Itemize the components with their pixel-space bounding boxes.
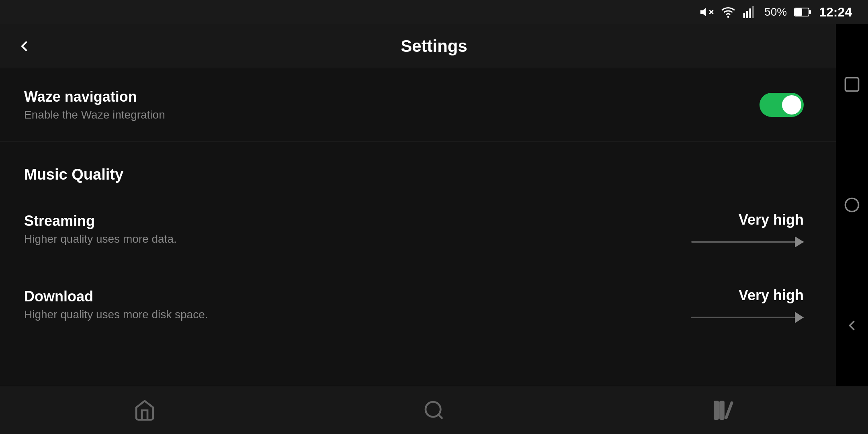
waze-navigation-item: Waze navigation Enable the Waze integrat… — [0, 68, 868, 142]
recent-apps-button[interactable] — [843, 76, 861, 93]
battery-icon — [794, 6, 812, 18]
mute-icon — [699, 5, 714, 19]
svg-rect-5 — [749, 8, 751, 18]
music-quality-title: Music Quality — [24, 166, 844, 183]
svg-point-2 — [727, 16, 729, 18]
svg-rect-10 — [845, 78, 859, 91]
bottom-nav — [0, 386, 868, 434]
library-icon — [712, 399, 735, 422]
nav-home[interactable] — [117, 395, 172, 426]
waze-text-block: Waze navigation Enable the Waze integrat… — [24, 88, 760, 121]
download-slider-track — [691, 317, 804, 318]
streaming-slider-track — [691, 241, 804, 243]
android-back-button[interactable] — [843, 317, 861, 334]
wifi-icon — [721, 5, 735, 19]
download-quality-value: Very high — [739, 287, 804, 304]
download-quality-item[interactable]: Download Higher quality uses more disk s… — [0, 267, 868, 342]
page-title: Settings — [401, 37, 467, 56]
nav-library[interactable] — [696, 395, 751, 426]
settings-content: Waze navigation Enable the Waze integrat… — [0, 68, 868, 386]
nav-search[interactable] — [407, 395, 461, 426]
svg-rect-9 — [809, 10, 811, 14]
search-icon — [423, 399, 445, 422]
svg-point-11 — [845, 199, 859, 212]
home-button[interactable] — [843, 196, 861, 214]
settings-header: Settings — [0, 24, 868, 68]
streaming-quality-value: Very high — [739, 211, 804, 228]
svg-rect-8 — [795, 8, 802, 16]
download-arrow-shape — [795, 312, 804, 323]
back-button[interactable] — [16, 38, 32, 54]
svg-rect-4 — [746, 11, 748, 18]
waze-subtitle: Enable the Waze integration — [24, 108, 760, 121]
download-subtitle: Higher quality uses more disk space. — [24, 308, 675, 321]
status-bar: 50% 12:24 — [0, 0, 868, 24]
streaming-slider-arrow — [795, 237, 804, 247]
waze-toggle[interactable] — [760, 93, 804, 117]
streaming-quality-item[interactable]: Streaming Higher quality uses more data.… — [0, 191, 868, 267]
download-title: Download — [24, 288, 675, 305]
streaming-subtitle: Higher quality uses more data. — [24, 233, 675, 246]
streaming-quality-right: Very high — [675, 211, 804, 247]
svg-rect-3 — [743, 13, 745, 18]
svg-line-16 — [726, 403, 732, 418]
music-quality-header: Music Quality — [0, 142, 868, 191]
time-display: 12:24 — [819, 5, 852, 20]
android-nav-buttons — [836, 68, 868, 386]
download-slider[interactable] — [691, 313, 804, 322]
svg-rect-15 — [721, 402, 723, 419]
download-text-block: Download Higher quality uses more disk s… — [24, 288, 675, 321]
svg-line-13 — [438, 414, 442, 418]
streaming-title: Streaming — [24, 213, 675, 229]
status-bar-icons: 50% 12:24 — [699, 5, 852, 20]
svg-rect-6 — [752, 6, 754, 18]
toggle-knob — [782, 95, 801, 115]
streaming-arrow-shape — [795, 236, 804, 248]
signal-icon — [743, 5, 757, 19]
waze-title: Waze navigation — [24, 88, 760, 105]
streaming-text-block: Streaming Higher quality uses more data. — [24, 213, 675, 246]
download-quality-right: Very high — [675, 287, 804, 322]
download-slider-arrow — [795, 313, 804, 322]
streaming-slider[interactable] — [691, 237, 804, 247]
battery-text: 50% — [764, 6, 787, 18]
waze-toggle-container — [760, 93, 804, 117]
home-icon — [133, 399, 156, 422]
svg-rect-14 — [715, 402, 718, 419]
svg-point-12 — [426, 402, 440, 417]
